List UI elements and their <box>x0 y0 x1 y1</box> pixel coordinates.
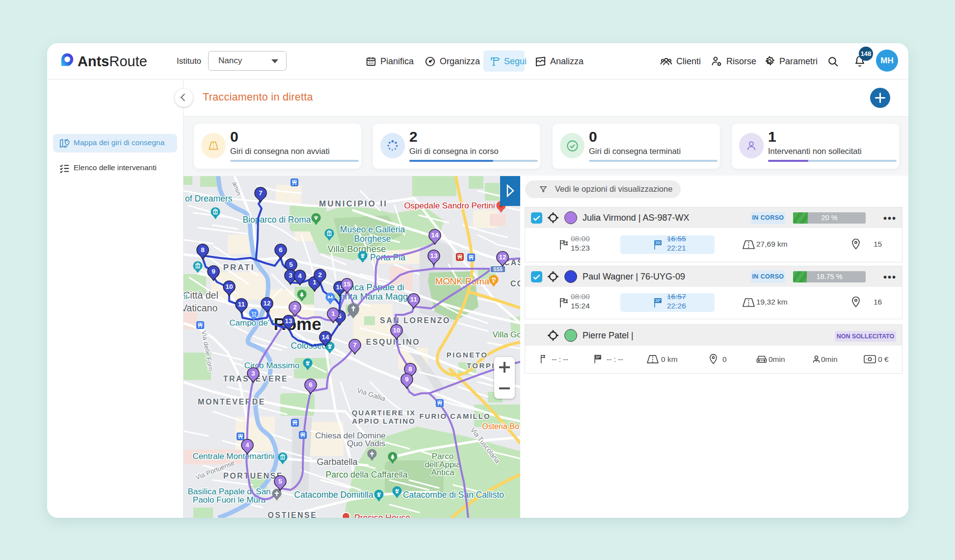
svg-text:10: 10 <box>393 327 400 334</box>
svg-text:4: 4 <box>245 441 249 449</box>
svg-text:Osteria Bo: Osteria Bo <box>482 422 519 431</box>
svg-text:4: 4 <box>298 272 302 280</box>
svg-text:6: 6 <box>279 246 283 254</box>
svg-text:6: 6 <box>309 381 313 388</box>
svg-text:Museo e Galleria: Museo e Galleria <box>340 225 405 234</box>
svg-text:ESQUILINO: ESQUILINO <box>366 338 421 346</box>
svg-text:MONTEVERDE: MONTEVERDE <box>198 398 265 406</box>
svg-text:14: 14 <box>321 333 329 341</box>
svg-text:Precise House: Precise House <box>354 513 410 518</box>
svg-text:3: 3 <box>251 370 255 377</box>
svg-text:of Dreamers: of Dreamers <box>185 194 233 204</box>
svg-text:9: 9 <box>405 376 409 383</box>
svg-text:10: 10 <box>225 283 233 290</box>
svg-text:APPIO LATINO: APPIO LATINO <box>352 417 416 425</box>
svg-text:Bioparco di Roma: Bioparco di Roma <box>242 215 311 225</box>
svg-text:Paolo Fuori le Mura: Paolo Fuori le Mura <box>193 495 266 505</box>
svg-text:FURIO CAMILLO: FURIO CAMILLO <box>419 412 490 420</box>
svg-text:9: 9 <box>212 268 215 275</box>
svg-text:14: 14 <box>431 231 439 239</box>
svg-text:5: 5 <box>278 478 282 485</box>
svg-text:Villa Gor: Villa Gor <box>493 330 520 339</box>
svg-text:11: 11 <box>410 296 418 303</box>
svg-text:Quo Vadis: Quo Vadis <box>347 439 385 448</box>
svg-text:ni: ni <box>184 292 187 301</box>
svg-text:MUNICIPIO II: MUNICIPIO II <box>319 199 388 208</box>
svg-text:Città del: Città del <box>184 290 218 301</box>
svg-text:8: 8 <box>408 365 412 373</box>
svg-text:7: 7 <box>353 341 357 349</box>
svg-text:TORPI: TORPI <box>467 361 495 370</box>
svg-text:3: 3 <box>289 272 292 279</box>
svg-text:Parco della Caffarella: Parco della Caffarella <box>326 470 408 480</box>
svg-text:Catacombe di San Callisto: Catacombe di San Callisto <box>403 490 504 500</box>
svg-text:8: 8 <box>201 246 205 254</box>
svg-text:OSTIENSE: OSTIENSE <box>268 511 318 518</box>
svg-text:13: 13 <box>430 252 438 259</box>
svg-text:Borghese: Borghese <box>354 234 391 244</box>
svg-text:13: 13 <box>285 317 292 325</box>
svg-text:QUARTIERE IX: QUARTIERE IX <box>352 408 416 417</box>
svg-text:12: 12 <box>499 254 506 261</box>
svg-text:5: 5 <box>289 261 293 268</box>
svg-text:Catacombe Domitilla: Catacombe Domitilla <box>294 490 373 500</box>
svg-text:PIGNETO: PIGNETO <box>447 351 488 359</box>
svg-text:MONK Roma: MONK Roma <box>435 276 490 286</box>
svg-text:Garbatella: Garbatella <box>317 457 358 467</box>
svg-text:7: 7 <box>259 189 263 197</box>
svg-text:15: 15 <box>343 280 351 288</box>
svg-text:SS5: SS5 <box>493 267 503 272</box>
svg-text:12: 12 <box>263 300 270 307</box>
svg-text:1: 1 <box>331 310 335 317</box>
svg-text:Antica: Antica <box>431 468 454 477</box>
svg-text:Colosseo: Colosseo <box>291 341 327 351</box>
svg-text:2: 2 <box>318 271 322 279</box>
svg-text:CO: CO <box>510 280 520 288</box>
svg-text:Centrale Montemartini: Centrale Montemartini <box>192 452 274 461</box>
svg-text:Vaticano: Vaticano <box>184 303 217 313</box>
svg-text:PORTUENSE: PORTUENSE <box>223 472 283 480</box>
svg-text:11: 11 <box>238 301 245 308</box>
svg-text:SAN LORENZO: SAN LORENZO <box>380 316 451 325</box>
svg-text:PRATI: PRATI <box>223 263 255 272</box>
svg-text:2: 2 <box>293 304 297 311</box>
svg-text:Ospedale Sandro Pertini: Ospedale Sandro Pertini <box>404 201 495 210</box>
